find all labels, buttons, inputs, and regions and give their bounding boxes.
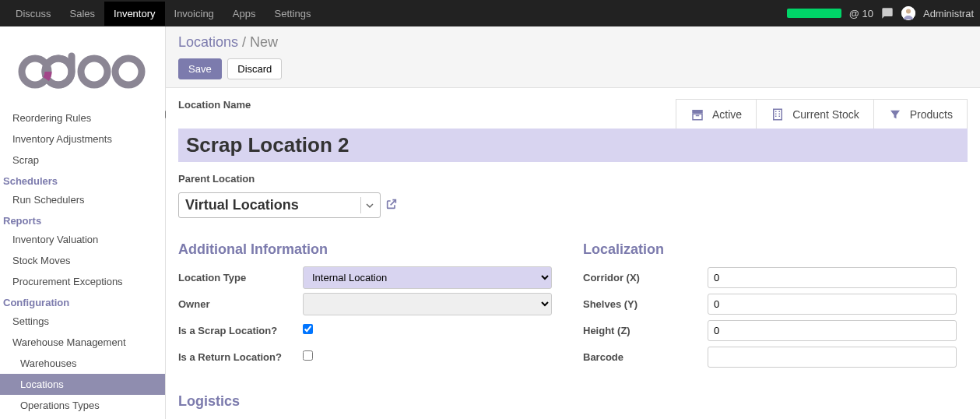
nav-invoicing[interactable]: Invoicing <box>165 2 223 26</box>
building-icon <box>771 107 785 121</box>
sidebar-item-inv-valuation[interactable]: Inventory Valuation <box>0 229 165 250</box>
sidebar-item-inv-adj[interactable]: Inventory Adjustments <box>0 129 165 150</box>
progress-indicator[interactable] <box>787 9 841 18</box>
user-name[interactable]: Administrat <box>923 8 974 19</box>
archive-icon <box>690 107 704 121</box>
barcode-label: Barcode <box>583 351 708 363</box>
additional-info-title: Additional Information <box>178 241 552 258</box>
top-nav: Discuss Sales Inventory Invoicing Apps S… <box>0 0 980 26</box>
sidebar-item-run-schedulers[interactable]: Run Schedulers <box>0 189 165 210</box>
stat-buttons: Active Current Stock Products <box>676 99 968 130</box>
barcode-input[interactable] <box>708 347 957 368</box>
sidebar-item-scrap[interactable]: Scrap <box>0 150 165 171</box>
stat-products-label: Products <box>910 108 953 121</box>
stat-products-button[interactable]: Products <box>873 100 967 129</box>
parent-location-value: Virtual Locations <box>185 197 299 213</box>
logo <box>0 26 165 107</box>
save-button[interactable]: Save <box>178 58 222 79</box>
svg-rect-12 <box>779 111 781 113</box>
sidebar-item-proc-exceptions[interactable]: Procurement Exceptions <box>0 271 165 292</box>
scrap-label: Is a Scrap Location? <box>178 325 303 336</box>
chat-icon[interactable] <box>881 7 894 19</box>
svg-rect-7 <box>692 110 703 114</box>
sidebar-menu: Reordering Rules Inventory Adjustments S… <box>0 107 165 416</box>
svg-rect-11 <box>775 111 777 113</box>
main-content: Locations / New Save Discard Location Na… <box>166 26 980 419</box>
localization-title: Localization <box>583 241 957 258</box>
sidebar-section-reports[interactable]: Reports <box>0 210 165 229</box>
height-input[interactable] <box>708 320 957 341</box>
parent-location-label: Parent Location <box>178 173 968 185</box>
nav-discuss[interactable]: Discuss <box>6 2 61 26</box>
return-label: Is a Return Location? <box>178 351 303 363</box>
discard-button[interactable]: Discard <box>227 58 282 79</box>
sidebar-item-locations[interactable]: Locations <box>0 374 165 395</box>
sidebar-section-config[interactable]: Configuration <box>0 292 165 311</box>
shelves-input[interactable] <box>708 294 957 315</box>
svg-rect-10 <box>774 109 782 120</box>
localization-section: Localization Corridor (X) Shelves (Y) He… <box>583 241 957 371</box>
nav-right: @ 10 Administrat <box>787 6 974 20</box>
odoo-logo-icon <box>16 48 149 89</box>
sidebar-item-op-types[interactable]: Operations Types <box>0 395 165 416</box>
sidebar-item-warehouses[interactable]: Warehouses <box>0 353 165 374</box>
chevron-down-icon <box>360 197 374 213</box>
breadcrumb-sep: / <box>242 34 250 50</box>
stat-active-label: Active <box>712 108 742 121</box>
owner-label: Owner <box>178 298 303 310</box>
sidebar: Reordering Rules Inventory Adjustments S… <box>0 26 166 419</box>
avatar[interactable] <box>901 6 915 20</box>
additional-info-section: Additional Information Location Type Int… <box>178 241 552 371</box>
nav-apps[interactable]: Apps <box>223 2 265 26</box>
sidebar-section-schedulers[interactable]: Schedulers <box>0 171 165 189</box>
nav-menu: Discuss Sales Inventory Invoicing Apps S… <box>6 2 320 26</box>
breadcrumb-current: New <box>250 34 278 50</box>
return-checkbox[interactable] <box>303 350 313 361</box>
location-type-label: Location Type <box>178 272 303 283</box>
sidebar-item-reordering[interactable]: Reordering Rules <box>0 107 165 129</box>
messages-count[interactable]: @ 10 <box>849 8 873 19</box>
location-name-input[interactable] <box>178 129 968 162</box>
location-type-select[interactable]: Internal Location <box>303 266 552 289</box>
nav-sales[interactable]: Sales <box>61 2 105 26</box>
sidebar-item-settings[interactable]: Settings <box>0 311 165 332</box>
svg-rect-15 <box>775 116 777 118</box>
svg-point-1 <box>906 9 911 14</box>
svg-point-5 <box>115 58 142 85</box>
svg-rect-9 <box>696 115 700 117</box>
filter-icon <box>888 107 902 121</box>
external-link-icon[interactable] <box>385 198 398 213</box>
logistics-title: Logistics <box>178 393 968 410</box>
parent-location-select[interactable]: Virtual Locations <box>178 192 381 218</box>
height-label: Height (Z) <box>583 325 708 336</box>
owner-select[interactable] <box>303 293 552 315</box>
shelves-label: Shelves (Y) <box>583 298 708 310</box>
svg-rect-16 <box>779 116 781 118</box>
stat-stock-label: Current Stock <box>792 108 859 121</box>
stat-stock-button[interactable]: Current Stock <box>756 100 873 129</box>
sidebar-item-stock-moves[interactable]: Stock Moves <box>0 250 165 271</box>
corridor-input[interactable] <box>708 267 957 288</box>
location-name-label: Location Name <box>178 99 251 111</box>
svg-point-4 <box>81 58 107 85</box>
nav-settings[interactable]: Settings <box>265 2 320 26</box>
svg-rect-13 <box>775 114 777 115</box>
scrap-checkbox[interactable] <box>303 324 313 334</box>
cp-buttons: Save Discard <box>178 58 968 79</box>
breadcrumb-locations[interactable]: Locations <box>178 34 238 50</box>
sidebar-item-wm[interactable]: Warehouse Management <box>0 332 165 353</box>
svg-rect-14 <box>779 114 781 115</box>
nav-inventory[interactable]: Inventory <box>104 2 164 26</box>
breadcrumb: Locations / New <box>178 34 968 51</box>
corridor-label: Corridor (X) <box>583 272 708 283</box>
svg-rect-8 <box>693 114 702 120</box>
control-panel: Locations / New Save Discard <box>166 26 980 88</box>
stat-active-button[interactable]: Active <box>676 100 756 129</box>
